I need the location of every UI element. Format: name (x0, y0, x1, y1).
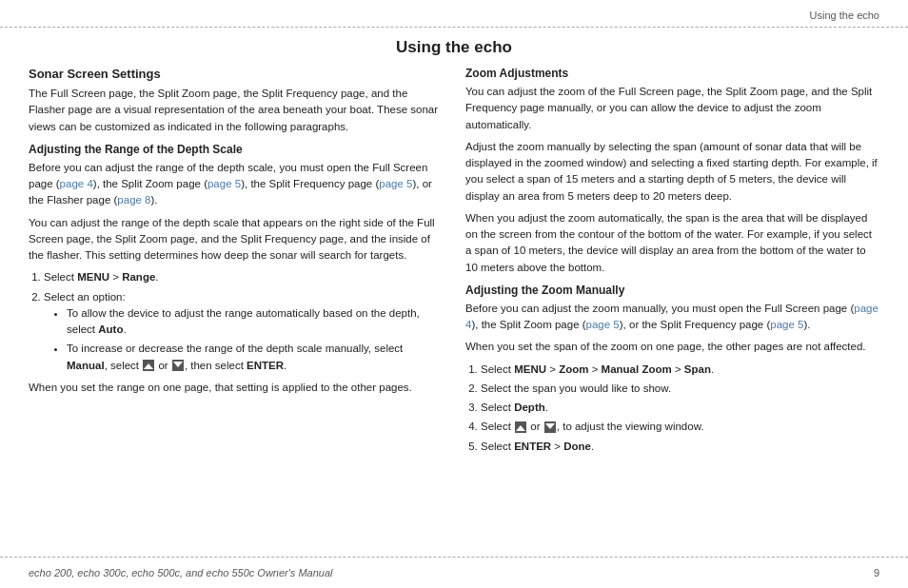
depth-scale-text1: Before you can adjust the range of the d… (29, 160, 443, 209)
down-icon-2 (544, 421, 556, 433)
page-header: Using the echo (810, 10, 879, 21)
zoom-step-5: Select ENTER > Done. (481, 439, 879, 455)
auto-option: To allow the device to adjust the range … (67, 305, 443, 339)
depth-step-2: Select an option: To allow the device to… (44, 289, 443, 374)
depth-scale-text2: You can adjust the range of the depth sc… (29, 215, 443, 265)
manual-zoom-intro: Before you can adjust the zoom manually,… (465, 301, 879, 334)
column-left: Sonar Screen Settings The Full Screen pa… (29, 67, 443, 556)
link-page5c[interactable]: page 5 (586, 319, 620, 330)
manual-option: To increase or decrease the range of the… (67, 341, 443, 374)
depth-step-1: Select MENU > Range. (44, 269, 443, 285)
zoom-bold: Zoom (559, 363, 588, 375)
depth-options-list: To allow the device to adjust the range … (67, 305, 443, 374)
page-title: Using the echo (29, 38, 879, 57)
manual-zoom-para: When you set the span of the zoom on one… (465, 339, 879, 355)
footer-manual-title: echo 200, echo 300c, echo 500c, and echo… (29, 567, 332, 578)
link-page5a[interactable]: page 5 (207, 178, 241, 189)
sonar-intro-text: The Full Screen page, the Split Zoom pag… (29, 86, 443, 135)
done-bold: Done (563, 441, 591, 452)
span-bold: Span (684, 363, 711, 375)
sonar-section-heading: Sonar Screen Settings (29, 67, 443, 81)
zoom-intro: You can adjust the zoom of the Full Scre… (465, 84, 879, 133)
zoom-step-2: Select the span you would like to show. (481, 381, 879, 397)
up-icon-2 (515, 421, 526, 433)
link-page4a[interactable]: page 4 (60, 178, 93, 189)
zoom-para3: When you adjust the zoom automatically, … (465, 210, 879, 276)
link-page4b[interactable]: page 4 (465, 303, 878, 330)
auto-bold: Auto (98, 323, 123, 335)
page: Using the echo Using the echo Sonar Scre… (0, 0, 908, 588)
manual-bold: Manual (67, 360, 105, 371)
zoom-step-1: Select MENU > Zoom > Manual Zoom > Span. (481, 362, 879, 378)
depth-scale-heading: Adjusting the Range of the Depth Scale (29, 143, 443, 156)
bottom-border (0, 557, 908, 558)
menu-bold-1: MENU (77, 271, 109, 283)
enter-bold-1: ENTER (247, 360, 284, 371)
depth-steps-list: Select MENU > Range. Select an option: T… (44, 269, 443, 374)
page-number: 9 (874, 567, 879, 578)
page-footer: echo 200, echo 300c, echo 500c, and echo… (29, 567, 332, 578)
enter-bold-2: ENTER (514, 441, 551, 452)
manual-zoom-bold: Manual Zoom (602, 363, 672, 375)
depth-bold: Depth (514, 402, 545, 413)
manual-zoom-heading: Adjusting the Zoom Manually (465, 284, 879, 297)
link-page5b[interactable]: page 5 (379, 178, 412, 189)
link-page8[interactable]: page 8 (117, 194, 150, 206)
top-border (0, 27, 908, 28)
up-icon-1 (143, 360, 154, 371)
link-page5d[interactable]: page 5 (770, 319, 803, 330)
zoom-para2: Adjust the zoom manually by selecting th… (465, 139, 879, 205)
zoom-section-heading: Zoom Adjustments (465, 67, 879, 80)
range-bold: Range (122, 271, 155, 283)
zoom-step-3: Select Depth. (481, 400, 879, 416)
menu-bold-2: MENU (514, 363, 546, 375)
header-section-title: Using the echo (810, 10, 879, 21)
range-closing-text: When you set the range on one page, that… (29, 380, 443, 396)
content-area: Using the echo Sonar Screen Settings The… (29, 32, 879, 556)
down-icon-1 (172, 360, 184, 371)
column-right: Zoom Adjustments You can adjust the zoom… (465, 67, 879, 556)
zoom-step-4: Select or , to adjust the viewing window… (481, 419, 879, 435)
two-columns: Sonar Screen Settings The Full Screen pa… (29, 67, 879, 556)
zoom-steps-list: Select MENU > Zoom > Manual Zoom > Span.… (481, 362, 879, 455)
